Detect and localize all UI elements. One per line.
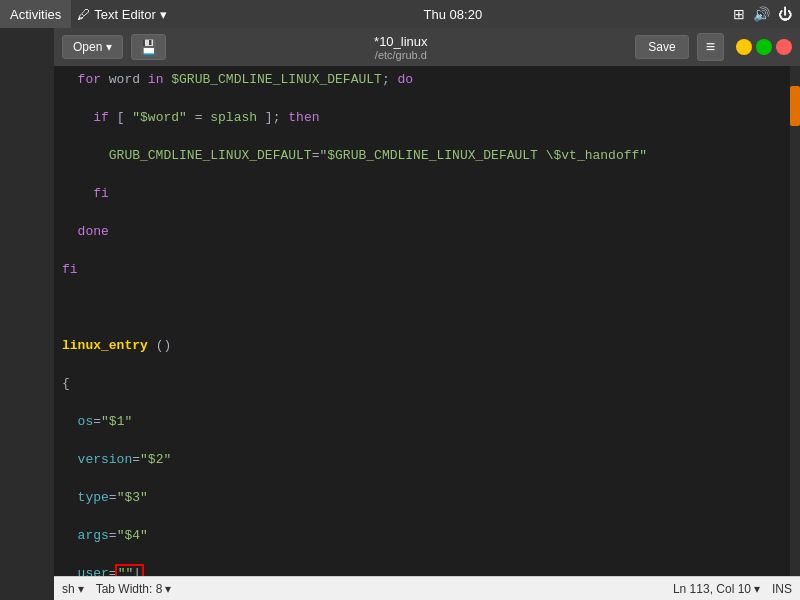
code-content: for word in $GRUB_CMDLINE_LINUX_DEFAULT;… — [54, 66, 800, 576]
statusbar: sh ▾ Tab Width: 8 ▾ Ln 113, Col 10 ▾ INS — [54, 576, 800, 600]
open-label: Open — [73, 40, 102, 54]
file-title-area: *10_linux /etc/grub.d — [174, 34, 627, 61]
code-container[interactable]: for word in $GRUB_CMDLINE_LINUX_DEFAULT;… — [54, 66, 800, 576]
app-name-label: Text Editor — [94, 7, 155, 22]
close-button[interactable] — [776, 39, 792, 55]
window-controls — [736, 39, 792, 55]
app-icon: 🖊 — [77, 7, 90, 22]
tab-width-arrow: ▾ — [165, 582, 171, 596]
file-title: *10_linux — [374, 34, 428, 49]
scrollbar[interactable] — [790, 66, 800, 576]
open-arrow: ▾ — [106, 40, 112, 54]
app-dropdown-arrow: ▾ — [160, 7, 167, 22]
language-label: sh — [62, 582, 75, 596]
network-icon[interactable]: ⊞ — [733, 6, 745, 22]
maximize-button[interactable] — [756, 39, 772, 55]
insert-mode: INS — [772, 582, 792, 596]
editor-window: Open ▾ 💾 *10_linux /etc/grub.d Save ≡ fo… — [54, 28, 800, 600]
tab-width-selector[interactable]: Tab Width: 8 ▾ — [96, 582, 172, 596]
cursor-position-label: Ln 113, Col 10 — [673, 582, 751, 596]
insert-mode-label: INS — [772, 582, 792, 596]
language-selector[interactable]: sh ▾ — [62, 582, 84, 596]
save-icon-button[interactable]: 💾 — [131, 34, 166, 60]
app-name-area[interactable]: 🖊 Text Editor ▾ — [71, 7, 172, 22]
menu-button[interactable]: ≡ — [697, 33, 724, 61]
file-subtitle: /etc/grub.d — [375, 49, 427, 61]
cursor-position-arrow: ▾ — [754, 582, 760, 596]
power-icon[interactable]: ⏻ — [778, 6, 792, 22]
status-right: Ln 113, Col 10 ▾ INS — [673, 582, 792, 596]
topbar-right: ⊞ 🔊 ⏻ — [733, 6, 800, 22]
scrollbar-thumb[interactable] — [790, 86, 800, 126]
clock: Thu 08:20 — [173, 7, 733, 22]
titlebar: Open ▾ 💾 *10_linux /etc/grub.d Save ≡ — [54, 28, 800, 66]
activities-button[interactable]: Activities — [0, 0, 71, 28]
cursor-position[interactable]: Ln 113, Col 10 ▾ — [673, 582, 760, 596]
minimize-button[interactable] — [736, 39, 752, 55]
save-button[interactable]: Save — [635, 35, 688, 59]
volume-icon[interactable]: 🔊 — [753, 6, 770, 22]
topbar: Activities 🖊 Text Editor ▾ Thu 08:20 ⊞ 🔊… — [0, 0, 800, 28]
open-button[interactable]: Open ▾ — [62, 35, 123, 59]
tab-width-label: Tab Width: 8 — [96, 582, 163, 596]
language-arrow: ▾ — [78, 582, 84, 596]
